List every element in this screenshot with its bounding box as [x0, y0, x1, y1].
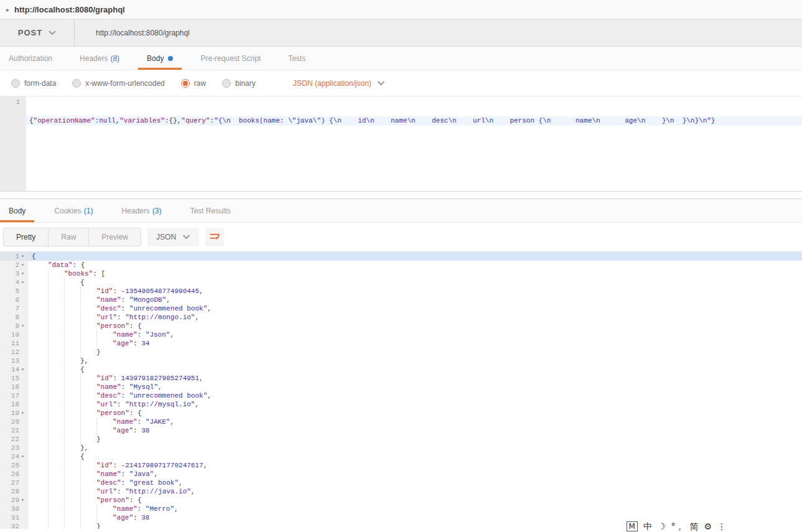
request-body-editor[interactable]: 1 {"operationName":null,"variables":{},"…: [0, 96, 802, 192]
ime-simplified-icon[interactable]: 简: [689, 521, 698, 532]
fold-arrow-icon[interactable]: ▾: [19, 269, 26, 278]
radio-x-www-form-urlencoded[interactable]: x-www-form-urlencoded: [72, 79, 164, 88]
code-line-27[interactable]: 27"desc": "great book",: [0, 478, 802, 487]
fold-arrow-icon[interactable]: ▾: [19, 261, 26, 269]
fold-arrow-icon[interactable]: ▾: [19, 278, 26, 287]
fold-arrow-icon[interactable]: ▾: [19, 452, 26, 461]
view-button-preview[interactable]: Preview: [89, 228, 141, 246]
line-code[interactable]: "url": "http://mongo.io",: [28, 313, 802, 322]
tab-headers[interactable]: Headers(8): [71, 47, 128, 70]
view-button-pretty[interactable]: Pretty: [4, 228, 49, 246]
line-code[interactable]: "person": {: [28, 496, 802, 505]
code-line-16[interactable]: 16"name": "Mysql",: [0, 383, 802, 391]
line-code[interactable]: "name": "Java",: [28, 470, 802, 478]
view-button-raw[interactable]: Raw: [49, 228, 89, 246]
fold-arrow-icon[interactable]: ▾: [19, 409, 26, 418]
code-line-14[interactable]: 14▾{: [0, 365, 802, 374]
code-line-6[interactable]: 6"name": "MongoDB",: [0, 296, 802, 304]
response-format-dropdown[interactable]: JSON: [147, 228, 199, 246]
line-code[interactable]: "name": "Mysql",: [28, 383, 802, 391]
radio-form-data[interactable]: form-data: [11, 79, 56, 88]
url-input[interactable]: http://localhost:8080/graphql: [75, 19, 802, 46]
ime-more-icon[interactable]: ⋮: [717, 521, 726, 532]
radio-binary[interactable]: binary: [222, 79, 256, 88]
fold-arrow-icon[interactable]: ▾: [19, 496, 26, 505]
code-line-12[interactable]: 12}: [0, 348, 802, 357]
radio-raw[interactable]: raw: [181, 79, 206, 88]
line-code[interactable]: "name": "Merro",: [28, 505, 802, 513]
code-line-9[interactable]: 9▾"person": {: [0, 322, 802, 330]
fold-arrow-icon[interactable]: ▾: [19, 252, 26, 261]
response-body-editor[interactable]: 1▾{2▾"data": {3▾"books": [4▾{5"id": -135…: [0, 252, 802, 529]
line-code[interactable]: },: [28, 444, 802, 452]
code-line-30[interactable]: 30"name": "Merro",: [0, 505, 802, 513]
code-line-21[interactable]: 21"age": 38: [0, 426, 802, 435]
code-line-22[interactable]: 22}: [0, 435, 802, 444]
ime-punctuation-icon[interactable]: °，: [671, 521, 684, 532]
code-line-15[interactable]: 15"id": 1439791827985274951,: [0, 374, 802, 383]
tab-tests[interactable]: Tests: [279, 47, 314, 70]
code-line-2[interactable]: 2▾"data": {: [0, 261, 802, 269]
line-code[interactable]: "name": "MongoDB",: [28, 296, 802, 304]
code-line-25[interactable]: 25"id": -2141798971770247617,: [0, 461, 802, 470]
line-code[interactable]: "id": -2141798971770247617,: [28, 461, 802, 470]
line-code[interactable]: "person": {: [28, 409, 802, 418]
code-line-11[interactable]: 11"age": 34: [0, 339, 802, 348]
method-dropdown[interactable]: POST: [0, 19, 75, 46]
line-code[interactable]: }: [28, 348, 802, 357]
ime-english-mode-icon[interactable]: M: [627, 521, 638, 531]
tab-headers[interactable]: Headers(3): [113, 199, 170, 222]
line-code[interactable]: "name": "JAKE",: [28, 418, 802, 426]
code-line-24[interactable]: 24▾{: [0, 452, 802, 461]
line-code[interactable]: {: [28, 452, 802, 461]
wrap-text-button[interactable]: [205, 228, 224, 246]
code-line-19[interactable]: 19▾"person": {: [0, 409, 802, 418]
code-line-26[interactable]: 26"name": "Java",: [0, 470, 802, 478]
line-code[interactable]: "books": [: [28, 269, 802, 278]
line-code[interactable]: "desc": "unrecommened book",: [28, 304, 802, 313]
line-code[interactable]: {: [28, 252, 802, 261]
collapse-arrow-icon[interactable]: ▸: [6, 6, 9, 13]
line-code[interactable]: }: [28, 435, 802, 444]
collection-header[interactable]: ▸ http://localhost:8080/graphql: [0, 0, 802, 19]
content-type-dropdown[interactable]: JSON (application/json): [293, 79, 385, 88]
tab-authorization[interactable]: Authorization: [0, 47, 61, 70]
tab-test-results[interactable]: Test Results: [181, 199, 239, 222]
tab-pre-request-script[interactable]: Pre-request Script: [192, 47, 269, 70]
line-code[interactable]: "age": 34: [28, 339, 802, 348]
code-line-8[interactable]: 8"url": "http://mongo.io",: [0, 313, 802, 322]
request-editor-code[interactable]: {"operationName":null,"variables":{},"qu…: [26, 96, 802, 191]
line-code[interactable]: {: [28, 278, 802, 287]
line-code[interactable]: "url": "http://java.io",: [28, 487, 802, 496]
code-line-10[interactable]: 10"name": "Json",: [0, 330, 802, 339]
code-line-1[interactable]: 1▾{: [0, 252, 802, 261]
request-body-line[interactable]: {"operationName":null,"variables":{},"qu…: [26, 116, 802, 126]
code-line-23[interactable]: 23},: [0, 444, 802, 452]
ime-settings-gear-icon[interactable]: ⚙: [704, 521, 712, 532]
code-line-4[interactable]: 4▾{: [0, 278, 802, 287]
code-line-3[interactable]: 3▾"books": [: [0, 269, 802, 278]
line-code[interactable]: "data": {: [28, 261, 802, 269]
code-line-28[interactable]: 28"url": "http://java.io",: [0, 487, 802, 496]
line-code[interactable]: "id": 1439791827985274951,: [28, 374, 802, 383]
line-code[interactable]: "desc": "great book",: [28, 478, 802, 487]
line-code[interactable]: "name": "Json",: [28, 330, 802, 339]
line-code[interactable]: },: [28, 357, 802, 365]
ime-halfwidth-icon[interactable]: ☽: [658, 521, 666, 532]
tab-body[interactable]: Body: [0, 199, 34, 222]
ime-chinese-mode-icon[interactable]: 中: [643, 521, 652, 532]
line-code[interactable]: "desc": "unrecommened book",: [28, 391, 802, 400]
code-line-5[interactable]: 5"id": -135490548774990445,: [0, 287, 802, 296]
tab-body[interactable]: Body: [138, 47, 182, 70]
line-code[interactable]: "age": 38: [28, 426, 802, 435]
code-line-7[interactable]: 7"desc": "unrecommened book",: [0, 304, 802, 313]
line-code[interactable]: "id": -135490548774990445,: [28, 287, 802, 296]
code-line-17[interactable]: 17"desc": "unrecommened book",: [0, 391, 802, 400]
code-line-18[interactable]: 18"url": "http://mysql.io",: [0, 400, 802, 409]
fold-arrow-icon[interactable]: ▾: [19, 322, 26, 330]
tab-cookies[interactable]: Cookies(1): [45, 199, 101, 222]
code-line-13[interactable]: 13},: [0, 357, 802, 365]
code-line-20[interactable]: 20"name": "JAKE",: [0, 418, 802, 426]
line-code[interactable]: {: [28, 365, 802, 374]
line-code[interactable]: "url": "http://mysql.io",: [28, 400, 802, 409]
